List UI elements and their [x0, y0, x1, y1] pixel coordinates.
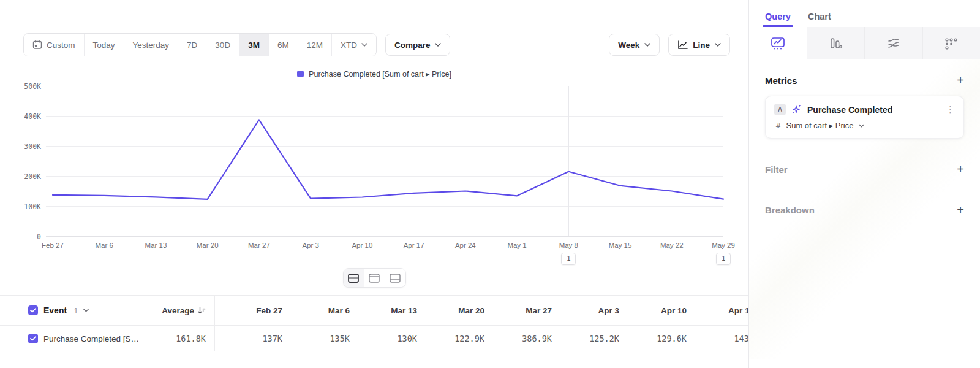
column-header[interactable]: Mar 27: [484, 306, 552, 315]
report-main-area: CustomTodayYesterday7D30D3M6M12MXTD Comp…: [0, 0, 748, 368]
value-cell: 125.2K: [552, 334, 619, 343]
y-axis-tick: 400K: [24, 112, 41, 121]
compare-button[interactable]: Compare: [385, 34, 451, 56]
panel-tabs: Query Chart: [749, 0, 980, 27]
layout-chart-only-button[interactable]: [364, 269, 385, 287]
table-row[interactable]: Purchase Completed [Sum of cart ▸ Price]…: [0, 326, 748, 351]
results-table: Event 1 Average Feb 27Mar 6Mar 13Mar 20M…: [0, 295, 748, 351]
date-range-12m[interactable]: 12M: [298, 34, 332, 56]
legend-label: Purchase Completed [Sum of cart ▸ Price]: [309, 69, 451, 79]
event-header-cell: Event 1: [28, 305, 145, 315]
flow-icon[interactable]: [865, 27, 923, 59]
bar-chart-icon[interactable]: [807, 27, 865, 59]
value-cell: 137K: [215, 334, 282, 343]
column-header[interactable]: Feb 27: [215, 306, 282, 315]
x-axis-tick: Mar 6: [96, 242, 113, 249]
event-name-cell: Purchase Completed [Sum of cart ▸ Price]: [28, 334, 145, 343]
add-filter-button[interactable]: +: [957, 163, 964, 175]
metrics-title: Metrics: [765, 75, 797, 86]
tab-query[interactable]: Query: [765, 12, 791, 27]
date-column-headers: Feb 27Mar 6Mar 13Mar 20Mar 27Apr 3Apr 10…: [214, 296, 754, 325]
column-header[interactable]: Apr 17: [687, 306, 754, 315]
value-cell: 130K: [350, 334, 417, 343]
table-header-row: Event 1 Average Feb 27Mar 6Mar 13Mar 20M…: [0, 296, 748, 326]
average-value-cell: 161.8K: [145, 334, 206, 343]
filter-section-header: Filter +: [765, 163, 964, 175]
chevron-down-icon: [361, 43, 368, 47]
chevron-down-icon[interactable]: [83, 309, 89, 312]
retention-dots-icon[interactable]: [923, 27, 980, 59]
y-axis-tick: 0: [37, 232, 41, 241]
gridline: [46, 236, 723, 237]
aggregation-label: Sum of cart ▸ Price: [786, 121, 854, 130]
metric-series-badge: A: [774, 104, 786, 115]
metric-aggregation-row[interactable]: # Sum of cart ▸ Price: [774, 121, 955, 130]
metric-card[interactable]: A Purchase Completed ⋮ # Sum of cart ▸ P…: [765, 96, 964, 139]
insights-line-icon[interactable]: [749, 27, 807, 59]
date-range-30d[interactable]: 30D: [206, 34, 239, 56]
x-axis-tick: May 29: [712, 242, 735, 249]
column-header[interactable]: Mar 20: [417, 306, 484, 315]
layout-toggle-group: [0, 268, 748, 288]
column-header[interactable]: Mar 13: [350, 306, 417, 315]
tab-chart[interactable]: Chart: [808, 12, 831, 27]
annotation-badge[interactable]: 1: [716, 253, 731, 265]
x-axis-tick: Mar 13: [145, 242, 167, 249]
average-header-cell[interactable]: Average: [145, 306, 206, 315]
add-breakdown-button[interactable]: +: [957, 204, 964, 216]
column-header[interactable]: Mar 6: [282, 306, 350, 315]
column-header[interactable]: Apr 10: [619, 306, 687, 315]
kebab-menu-icon[interactable]: ⋮: [946, 104, 955, 115]
calendar-icon: [32, 40, 42, 50]
layout-toggle-pill: [343, 268, 406, 288]
chart-style-button[interactable]: Line: [668, 34, 730, 56]
annotation-badge[interactable]: 1: [561, 253, 576, 265]
add-metric-button[interactable]: +: [957, 74, 964, 86]
breakdown-section-header: Breakdown +: [765, 204, 964, 216]
filter-title: Filter: [765, 164, 788, 175]
date-range-xtd[interactable]: XTD: [332, 34, 376, 56]
plot-area[interactable]: 0100K200K300K400K500KFeb 27Mar 6Mar 13Ma…: [46, 86, 723, 236]
row-checkbox[interactable]: [28, 334, 38, 343]
x-axis-tick: Apr 24: [455, 242, 476, 249]
x-axis-tick: Mar 27: [248, 242, 270, 249]
analytics-report-page: CustomTodayYesterday7D30D3M6M12MXTD Comp…: [0, 0, 980, 368]
query-builder-body: Metrics + A Purchase Completed ⋮ # Sum o…: [749, 59, 980, 359]
value-cells: 137K135K130K122.9K386.9K125.2K129.6K143K: [214, 326, 754, 351]
x-axis-tick: May 15: [609, 242, 632, 249]
x-axis-tick: Apr 10: [352, 242, 372, 249]
date-range-custom[interactable]: Custom: [24, 34, 85, 56]
sort-descending-icon: [198, 307, 206, 315]
y-axis-tick: 300K: [24, 142, 41, 151]
chart-type-selector: [749, 27, 980, 59]
date-range-today[interactable]: Today: [85, 34, 124, 56]
layout-split-button[interactable]: [344, 269, 364, 287]
chevron-down-icon: [715, 43, 721, 47]
y-axis-tick: 200K: [24, 172, 41, 181]
value-cell: 129.6K: [619, 334, 687, 343]
date-range-3m[interactable]: 3M: [239, 34, 269, 56]
column-header[interactable]: Apr 3: [552, 306, 619, 315]
chart-legend[interactable]: Purchase Completed [Sum of cart ▸ Price]: [0, 69, 748, 79]
event-sparkle-icon: [791, 104, 802, 115]
value-cell: 135K: [282, 334, 350, 343]
legend-swatch: [297, 71, 304, 77]
chart-style-label: Line: [693, 40, 710, 50]
query-builder-panel: Query Chart Metrics + A: [748, 0, 980, 368]
granularity-button[interactable]: Week: [609, 34, 660, 56]
value-cell: 386.9K: [484, 334, 552, 343]
compare-label: Compare: [394, 40, 431, 50]
x-axis-tick: May 22: [660, 242, 684, 249]
layout-table-only-button[interactable]: [385, 269, 405, 287]
average-column-label: Average: [162, 306, 194, 315]
select-all-checkbox[interactable]: [28, 305, 38, 315]
toolbar-right-group: Week Line: [609, 34, 730, 56]
line-chart-icon: [677, 40, 688, 50]
x-axis-tick: Mar 20: [197, 242, 219, 249]
date-range-6m[interactable]: 6M: [269, 34, 298, 56]
x-axis-tick: Apr 3: [302, 242, 319, 249]
date-range-yesterday[interactable]: Yesterday: [124, 34, 179, 56]
chevron-down-icon: [435, 43, 441, 47]
date-range-7d[interactable]: 7D: [178, 34, 206, 56]
chart-toolbar: CustomTodayYesterday7D30D3M6M12MXTD Comp…: [23, 33, 730, 56]
